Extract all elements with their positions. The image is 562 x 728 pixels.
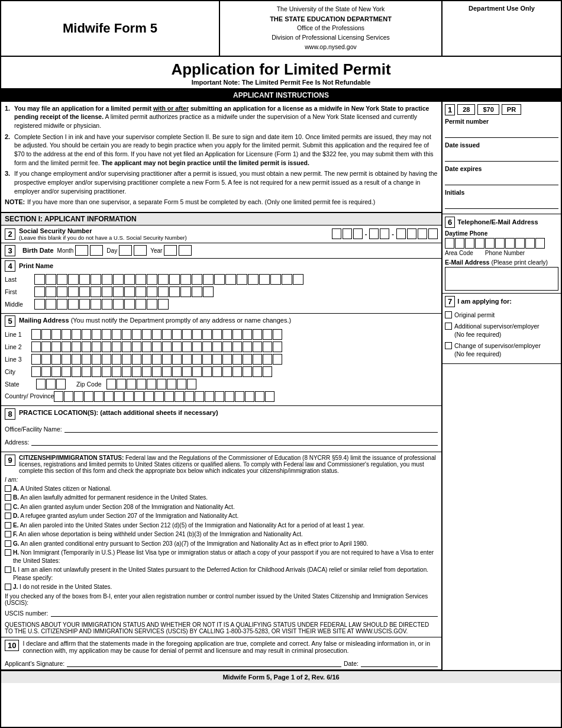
country-b2[interactable]	[64, 391, 73, 402]
country-b6[interactable]	[104, 391, 114, 402]
addr3-b2[interactable]	[41, 354, 51, 365]
addr3-b8[interactable]	[102, 354, 111, 365]
birth-year-box1[interactable]	[164, 245, 177, 256]
last-box-9[interactable]	[124, 274, 135, 285]
country-b20[interactable]	[245, 391, 254, 402]
city-b2[interactable]	[41, 366, 51, 377]
date-field[interactable]	[361, 658, 438, 667]
zip-b7[interactable]	[167, 379, 176, 389]
addr1-b7[interactable]	[92, 329, 101, 340]
addr3-b5[interactable]	[72, 354, 81, 365]
addr3-b7[interactable]	[92, 354, 101, 365]
city-b11[interactable]	[132, 366, 141, 377]
zip-b3[interactable]	[127, 379, 136, 389]
city-b13[interactable]	[152, 366, 162, 377]
addr1-b10[interactable]	[122, 329, 131, 340]
addr2-b19[interactable]	[212, 342, 222, 352]
last-box-6[interactable]	[91, 274, 101, 285]
addr1-b2[interactable]	[41, 329, 51, 340]
last-box-23[interactable]	[282, 274, 292, 285]
first-box-11[interactable]	[147, 286, 157, 297]
phone-b6[interactable]	[495, 238, 505, 249]
first-box-6[interactable]	[91, 286, 101, 297]
city-b5[interactable]	[72, 366, 81, 377]
addr1-b6[interactable]	[82, 329, 91, 340]
addr1-b18[interactable]	[202, 329, 212, 340]
city-b10[interactable]	[122, 366, 131, 377]
addr1-b17[interactable]	[192, 329, 202, 340]
zip-b4[interactable]	[137, 379, 146, 389]
citizenship-checkbox[interactable]	[5, 504, 11, 510]
last-box-17[interactable]	[214, 274, 225, 285]
addr2-b16[interactable]	[182, 342, 192, 352]
citizenship-checkbox[interactable]	[5, 522, 11, 529]
addr3-b15[interactable]	[172, 354, 182, 365]
mid-box-11[interactable]	[147, 299, 157, 310]
ssn-box-9[interactable]	[428, 228, 438, 239]
country-b8[interactable]	[124, 391, 134, 402]
city-b21[interactable]	[232, 366, 242, 377]
addr2-b8[interactable]	[102, 342, 111, 352]
addr2-b4[interactable]	[62, 342, 71, 352]
addr2-b18[interactable]	[202, 342, 212, 352]
country-b3[interactable]	[74, 391, 83, 402]
address-field[interactable]	[31, 436, 438, 446]
city-b18[interactable]	[202, 366, 212, 377]
country-b1[interactable]	[54, 391, 63, 402]
country-b11[interactable]	[154, 391, 164, 402]
addr2-b22[interactable]	[243, 342, 252, 352]
ssn-box-4[interactable]	[369, 228, 379, 239]
birth-month-box1[interactable]	[75, 245, 88, 256]
birth-day-box2[interactable]	[134, 245, 147, 256]
last-box-16[interactable]	[203, 274, 214, 285]
addr3-b23[interactable]	[253, 354, 262, 365]
addr1-b11[interactable]	[132, 329, 141, 340]
addr1-b4[interactable]	[62, 329, 71, 340]
addr2-b5[interactable]	[72, 342, 81, 352]
state-b2[interactable]	[46, 379, 56, 389]
phone-b8[interactable]	[515, 238, 525, 249]
addr1-b20[interactable]	[222, 329, 232, 340]
mid-box-6[interactable]	[91, 299, 101, 310]
last-box-12[interactable]	[158, 274, 169, 285]
addr2-b1[interactable]	[31, 342, 41, 352]
addr3-b10[interactable]	[122, 354, 131, 365]
ssn-box-5[interactable]	[380, 228, 389, 239]
citizenship-checkbox[interactable]	[5, 531, 11, 537]
addr1-b22[interactable]	[243, 329, 252, 340]
addr1-b8[interactable]	[102, 329, 111, 340]
city-b15[interactable]	[172, 366, 182, 377]
ssn-grid[interactable]: - -	[332, 228, 438, 239]
last-box-2[interactable]	[46, 274, 56, 285]
citizenship-checkbox[interactable]	[5, 494, 11, 501]
addr3-b3[interactable]	[51, 354, 61, 365]
country-b17[interactable]	[215, 391, 224, 402]
first-box-5[interactable]	[79, 286, 90, 297]
addr3-b13[interactable]	[152, 354, 162, 365]
addr2-b25[interactable]	[273, 342, 282, 352]
addr1-b25[interactable]	[273, 329, 282, 340]
date-issued-field[interactable]	[445, 150, 558, 162]
birth-day-box1[interactable]	[119, 245, 132, 256]
city-b22[interactable]	[243, 366, 252, 377]
first-box-10[interactable]	[135, 286, 146, 297]
last-box-5[interactable]	[79, 274, 90, 285]
last-box-3[interactable]	[57, 274, 67, 285]
country-b7[interactable]	[114, 391, 124, 402]
mid-box-4[interactable]	[68, 299, 79, 310]
addr1-b24[interactable]	[263, 329, 272, 340]
last-box-13[interactable]	[169, 274, 180, 285]
ssn-box-8[interactable]	[418, 228, 427, 239]
mid-box-1[interactable]	[34, 299, 45, 310]
last-box-14[interactable]	[180, 274, 191, 285]
country-b5[interactable]	[94, 391, 104, 402]
last-box-18[interactable]	[225, 274, 236, 285]
mid-box-3[interactable]	[57, 299, 67, 310]
addr2-b7[interactable]	[92, 342, 101, 352]
addr2-b20[interactable]	[222, 342, 232, 352]
first-box-2[interactable]	[46, 286, 56, 297]
first-box-7[interactable]	[102, 286, 112, 297]
city-b19[interactable]	[212, 366, 222, 377]
phone-b2[interactable]	[455, 238, 464, 249]
addr3-b21[interactable]	[232, 354, 242, 365]
